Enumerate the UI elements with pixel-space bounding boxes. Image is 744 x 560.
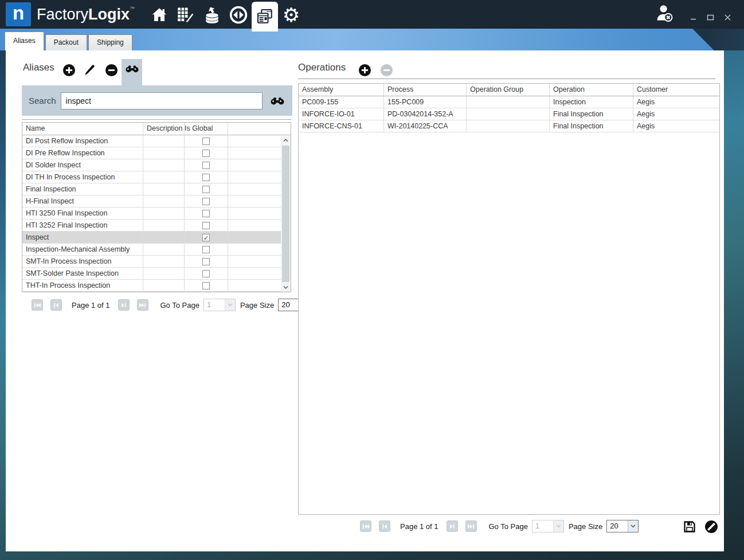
column-header[interactable]: Process: [384, 84, 467, 96]
last-page-button[interactable]: [465, 520, 477, 532]
home-icon[interactable]: [146, 2, 173, 28]
last-page-button[interactable]: [137, 299, 148, 311]
tab-packout[interactable]: Packout: [45, 34, 87, 50]
alias-row[interactable]: DI Post Reflow Inspection: [22, 135, 281, 147]
plus-circle-icon: [62, 64, 76, 77]
is-global-checkbox[interactable]: [202, 222, 210, 229]
binoculars-icon: [126, 65, 139, 73]
aegis-logo-icon: n: [6, 2, 31, 26]
save-button[interactable]: [683, 520, 696, 536]
alias-global-cell: [185, 147, 228, 159]
alias-row[interactable]: DI TH In Process Inspection: [22, 171, 281, 183]
titlebar-right: [655, 3, 731, 25]
chevron-down-icon[interactable]: [628, 520, 638, 532]
chevron-down-icon[interactable]: [225, 299, 235, 311]
alias-row[interactable]: Inspect✓: [22, 232, 281, 244]
alias-global-cell: [185, 268, 228, 279]
is-global-checkbox[interactable]: ✓: [202, 234, 210, 241]
is-global-checkbox[interactable]: [202, 210, 210, 217]
column-header[interactable]: Operation Group: [467, 84, 550, 96]
next-page-button[interactable]: [118, 299, 130, 311]
add-alias-button[interactable]: [61, 62, 76, 77]
alias-name-cell: DI Post Reflow Inspection: [22, 135, 143, 147]
edit-alias-button[interactable]: [82, 62, 97, 77]
column-header[interactable]: Is Global: [185, 123, 228, 135]
search-toggle-button[interactable]: [122, 59, 142, 85]
alias-row[interactable]: SMT-In Process Inspection: [22, 256, 281, 268]
maximize-button[interactable]: [706, 13, 714, 21]
first-page-button[interactable]: [360, 520, 371, 532]
logout-user-icon[interactable]: [655, 3, 674, 25]
alias-row[interactable]: HTI 3252 Final Inspection: [22, 220, 281, 232]
alias-extra-cell: [228, 135, 281, 147]
is-global-checkbox[interactable]: [202, 162, 210, 169]
operation-row[interactable]: INFORCE-IO-01PD-03042014-352-AFinal Insp…: [299, 108, 719, 120]
page-size-value: 20: [279, 299, 299, 311]
alias-row[interactable]: Final Inspection: [22, 183, 281, 195]
production-documents-icon[interactable]: [252, 2, 278, 32]
tab-shipping[interactable]: Shipping: [88, 34, 132, 50]
operation-row[interactable]: PC009-155155-PC009InspectionAegis: [299, 96, 719, 108]
alias-extra-cell: [228, 147, 281, 159]
go-to-page-input[interactable]: [204, 299, 225, 311]
column-header[interactable]: Description: [143, 123, 185, 135]
column-header[interactable]: [228, 123, 291, 135]
go-to-page-input[interactable]: [532, 520, 553, 532]
column-header[interactable]: Customer: [633, 84, 719, 96]
data-import-icon[interactable]: [199, 2, 225, 28]
operation-cell: [467, 96, 550, 108]
gear-glyph: ⚙: [283, 5, 300, 25]
operation-cell: Aegis: [633, 96, 719, 108]
prev-page-button[interactable]: [50, 299, 62, 311]
settings-icon[interactable]: ⚙: [278, 2, 304, 28]
is-global-checkbox[interactable]: [202, 282, 210, 289]
column-header[interactable]: Name: [22, 123, 143, 135]
is-global-checkbox[interactable]: [202, 246, 210, 253]
first-page-button[interactable]: [32, 299, 43, 311]
alias-row[interactable]: H-Final Inspect: [22, 195, 281, 207]
alias-row[interactable]: SMT-Solder Paste Inspection: [22, 268, 281, 280]
is-global-checkbox[interactable]: [202, 138, 210, 145]
column-header[interactable]: Operation: [550, 84, 633, 96]
transfer-icon[interactable]: [225, 2, 252, 28]
is-global-checkbox[interactable]: [202, 258, 210, 265]
next-page-button[interactable]: [447, 520, 458, 532]
page-size-combo[interactable]: 20: [606, 520, 639, 532]
npi-grid-edit-icon[interactable]: [173, 2, 199, 28]
go-to-page-combo[interactable]: [203, 299, 236, 311]
close-button[interactable]: [723, 13, 731, 21]
alias-row[interactable]: THT-In Process Inspection: [22, 280, 281, 292]
minimize-button[interactable]: [689, 13, 697, 21]
operation-row[interactable]: INFORCE-CNS-01WI-20140225-CCAFinal Inspe…: [299, 120, 719, 132]
alias-row[interactable]: HTI 3250 Final Inspection: [22, 207, 281, 220]
add-operation-button[interactable]: [357, 62, 372, 77]
remove-operation-button-disabled[interactable]: [379, 62, 394, 77]
alias-row[interactable]: DI Pre Reflow Inspection: [22, 147, 281, 159]
is-global-checkbox[interactable]: [202, 150, 210, 157]
alias-description-cell: [143, 159, 185, 171]
prev-page-button[interactable]: [379, 520, 390, 532]
alias-row[interactable]: Inspection-Mechanical Assembly: [22, 244, 281, 256]
is-global-checkbox[interactable]: [202, 186, 210, 193]
aliases-scrollbar[interactable]: [281, 136, 291, 292]
run-search-button[interactable]: [271, 97, 284, 105]
alias-extra-cell: [228, 207, 281, 219]
alias-name-cell: HTI 3250 Final Inspection: [22, 207, 143, 219]
is-global-checkbox[interactable]: [202, 270, 210, 277]
scrollbar-thumb[interactable]: [282, 146, 289, 282]
scroll-down-arrow-icon[interactable]: [281, 283, 291, 292]
is-global-checkbox[interactable]: [202, 198, 210, 205]
tab-aliases[interactable]: Aliases: [5, 32, 44, 50]
cancel-button[interactable]: [704, 520, 718, 536]
go-to-page-combo[interactable]: [532, 520, 564, 532]
operation-cell: PD-03042014-352-A: [384, 108, 467, 120]
scroll-up-arrow-icon[interactable]: [281, 136, 291, 145]
alias-row[interactable]: DI Solder Inspect: [22, 159, 281, 171]
alias-name-cell: HTI 3252 Final Inspection: [22, 220, 143, 231]
alias-extra-cell: [228, 244, 281, 255]
is-global-checkbox[interactable]: [202, 174, 210, 181]
search-input[interactable]: [61, 92, 263, 109]
chevron-down-icon[interactable]: [553, 520, 563, 532]
remove-alias-button[interactable]: [104, 62, 119, 77]
column-header[interactable]: Assembly: [299, 84, 384, 96]
